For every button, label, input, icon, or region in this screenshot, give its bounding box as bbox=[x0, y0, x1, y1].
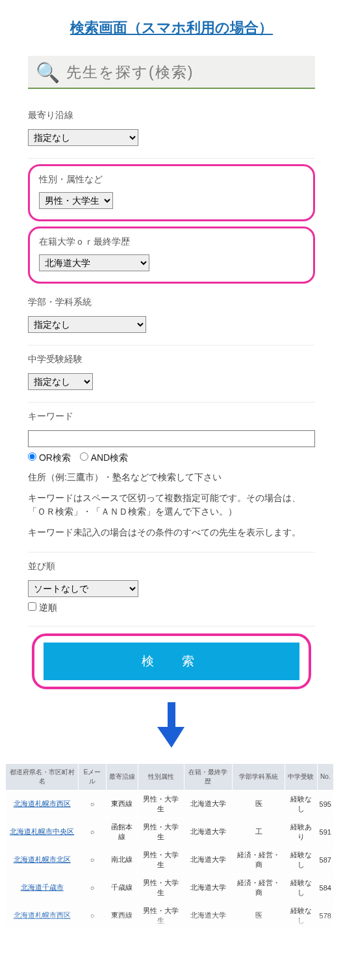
cell-no: 578 bbox=[317, 901, 333, 929]
results-table-wrap: 都道府県名・市区町村名 Eメール 最寄沿線 性別属性 在籍・最終学歴 学部学科系… bbox=[3, 763, 340, 932]
keyword-help-2: キーワードはスペースで区切って複数指定可能です。その場合は、「ＯＲ検索」・「ＡＮ… bbox=[28, 491, 315, 519]
select-sort[interactable]: ソートなしで bbox=[28, 580, 138, 597]
th-location: 都道府県名・市区町村名 bbox=[6, 763, 79, 790]
radio-and[interactable] bbox=[80, 452, 88, 461]
arrow-down-icon bbox=[0, 702, 343, 748]
table-row: 北海道札幌市北区○南北線男性・大学生北海道大学経済・経営・商経験なし587 bbox=[6, 846, 334, 874]
cell-univ: 北海道大学 bbox=[184, 790, 232, 818]
cell-fac: 医 bbox=[233, 901, 285, 929]
cell-exam: 経験なし bbox=[285, 846, 317, 874]
cell-attr: 男性・大学生 bbox=[138, 874, 184, 901]
select-faculty[interactable]: 指定なし bbox=[28, 316, 146, 333]
cell-line: 千歳線 bbox=[106, 874, 138, 901]
label-sort: 並び順 bbox=[28, 561, 315, 572]
cell-line: 南北線 bbox=[106, 846, 138, 874]
group-nearest-line: 最寄り沿線 指定なし bbox=[28, 102, 315, 159]
cell-no: 577 bbox=[317, 929, 333, 932]
cell-univ: 北海道大学 bbox=[184, 929, 232, 932]
label-faculty: 学部・学科系統 bbox=[28, 297, 315, 308]
cell-location[interactable]: 北海道千歳市 bbox=[6, 874, 79, 901]
cell-exam: 経験なし bbox=[285, 790, 317, 818]
cell-no: 591 bbox=[317, 818, 333, 846]
cell-attr: 男性・大学生 bbox=[138, 846, 184, 874]
label-jhs-exam: 中学受験経験 bbox=[28, 354, 315, 365]
keyword-help-1: 住所（例:三鷹市）・塾名などで検索して下さい bbox=[28, 471, 315, 485]
cell-exam: 経験な bbox=[285, 929, 317, 932]
cell-univ: 北海道大学 bbox=[184, 874, 232, 901]
th-no: No. bbox=[317, 763, 333, 790]
cell-location[interactable]: 北海道札幌市西区 bbox=[6, 901, 79, 929]
label-nearest-line: 最寄り沿線 bbox=[28, 110, 315, 121]
group-faculty: 学部・学科系統 指定なし bbox=[28, 289, 315, 346]
th-fac: 学部学科系統 bbox=[233, 763, 285, 790]
search-button[interactable]: 検 索 bbox=[44, 643, 299, 680]
cell-location[interactable]: 北海道札幌市北区 bbox=[6, 929, 79, 932]
cell-location[interactable]: 北海道札幌市中央区 bbox=[6, 818, 79, 846]
search-form: 🔍 先生を探す(検索) 最寄り沿線 指定なし 性別・属性など 男性・大学生 在籍… bbox=[28, 56, 315, 689]
cell-fac: 医 bbox=[233, 790, 285, 818]
label-keyword: キーワード bbox=[28, 411, 315, 423]
cell-email: ○ bbox=[79, 790, 106, 818]
keyword-help-3: キーワード未記入の場合はその条件のすべての先生を表示します。 bbox=[28, 526, 315, 540]
cell-exam: 経験なし bbox=[285, 874, 317, 901]
magnifier-icon: 🔍 bbox=[36, 61, 60, 84]
th-univ: 在籍・最終学歴 bbox=[184, 763, 232, 790]
cell-univ: 北海道大学 bbox=[184, 818, 232, 846]
cell-exam: 経験あり bbox=[285, 818, 317, 846]
table-row: 北海道札幌市西区○東西線男性・大学生北海道大学医経験なし578 bbox=[6, 901, 334, 929]
th-email: Eメール bbox=[79, 763, 106, 790]
cell-exam: 経験なし bbox=[285, 901, 317, 929]
cell-no: 595 bbox=[317, 790, 333, 818]
cell-email: ○ bbox=[79, 818, 106, 846]
form-header-text: 先生を探す(検索) bbox=[66, 62, 194, 82]
table-row: 北海道千歳市○千歳線男性・大学生北海道大学経済・経営・商経験なし584 bbox=[6, 874, 334, 901]
select-jhs-exam[interactable]: 指定なし bbox=[28, 373, 93, 390]
cell-univ: 北海道大学 bbox=[184, 846, 232, 874]
cell-fac: 医 bbox=[233, 929, 285, 932]
radio-and-label[interactable]: AND検索 bbox=[80, 452, 128, 463]
group-sort: 並び順 ソートなしで 逆順 bbox=[28, 553, 315, 627]
cell-no: 584 bbox=[317, 874, 333, 901]
table-row: 北海道札幌市西区○東西線男性・大学生北海道大学医経験なし595 bbox=[6, 790, 334, 818]
table-row: 北海道札幌市中央区○函館本線男性・大学生北海道大学工経験あり591 bbox=[6, 818, 334, 846]
cell-no: 587 bbox=[317, 846, 333, 874]
cell-location[interactable]: 北海道札幌市北区 bbox=[6, 846, 79, 874]
cell-email: ○ bbox=[79, 929, 106, 932]
label-gender-attr: 性別・属性など bbox=[39, 174, 304, 186]
label-university: 在籍大学ｏｒ最終学歴 bbox=[39, 236, 304, 248]
submit-highlight: 検 索 bbox=[32, 633, 311, 689]
cell-attr: 男性・ bbox=[138, 929, 184, 932]
results-table: 都道府県名・市区町村名 Eメール 最寄沿線 性別属性 在籍・最終学歴 学部学科系… bbox=[5, 763, 334, 932]
radio-or[interactable] bbox=[28, 452, 36, 461]
cell-attr: 男性・大学生 bbox=[138, 790, 184, 818]
cell-line: 南北線 bbox=[106, 929, 138, 932]
group-gender-attr: 性別・属性など 男性・大学生 bbox=[28, 164, 315, 221]
cell-line: 東西線 bbox=[106, 790, 138, 818]
select-nearest-line[interactable]: 指定なし bbox=[28, 129, 138, 146]
cell-fac: 経済・経営・商 bbox=[233, 874, 285, 901]
checkbox-reverse[interactable] bbox=[28, 602, 36, 611]
group-university: 在籍大学ｏｒ最終学歴 北海道大学 bbox=[28, 227, 315, 284]
th-line: 最寄沿線 bbox=[106, 763, 138, 790]
radio-or-label[interactable]: OR検索 bbox=[28, 452, 71, 463]
select-university[interactable]: 北海道大学 bbox=[39, 254, 149, 271]
form-header: 🔍 先生を探す(検索) bbox=[28, 56, 315, 89]
table-row: 北海道札幌市北区○南北線男性・北海道大学医経験な577 bbox=[6, 929, 334, 932]
cell-line: 東西線 bbox=[106, 901, 138, 929]
page-title: 検索画面（スマホ利用の場合） bbox=[0, 0, 343, 49]
cell-fac: 工 bbox=[233, 818, 285, 846]
cell-fac: 経済・経営・商 bbox=[233, 846, 285, 874]
table-header-row: 都道府県名・市区町村名 Eメール 最寄沿線 性別属性 在籍・最終学歴 学部学科系… bbox=[6, 763, 334, 790]
cell-location[interactable]: 北海道札幌市西区 bbox=[6, 790, 79, 818]
group-jhs-exam: 中学受験経験 指定なし bbox=[28, 346, 315, 403]
cell-email: ○ bbox=[79, 874, 106, 901]
cell-line: 函館本線 bbox=[106, 818, 138, 846]
checkbox-reverse-label[interactable]: 逆順 bbox=[28, 602, 57, 613]
group-keyword: キーワード OR検索 AND検索 住所（例:三鷹市）・塾名などで検索して下さい … bbox=[28, 403, 315, 553]
select-gender-attr[interactable]: 男性・大学生 bbox=[39, 192, 113, 209]
cell-univ: 北海道大学 bbox=[184, 901, 232, 929]
input-keyword[interactable] bbox=[28, 430, 315, 447]
cell-attr: 男性・大学生 bbox=[138, 818, 184, 846]
cell-attr: 男性・大学生 bbox=[138, 901, 184, 929]
th-attr: 性別属性 bbox=[138, 763, 184, 790]
